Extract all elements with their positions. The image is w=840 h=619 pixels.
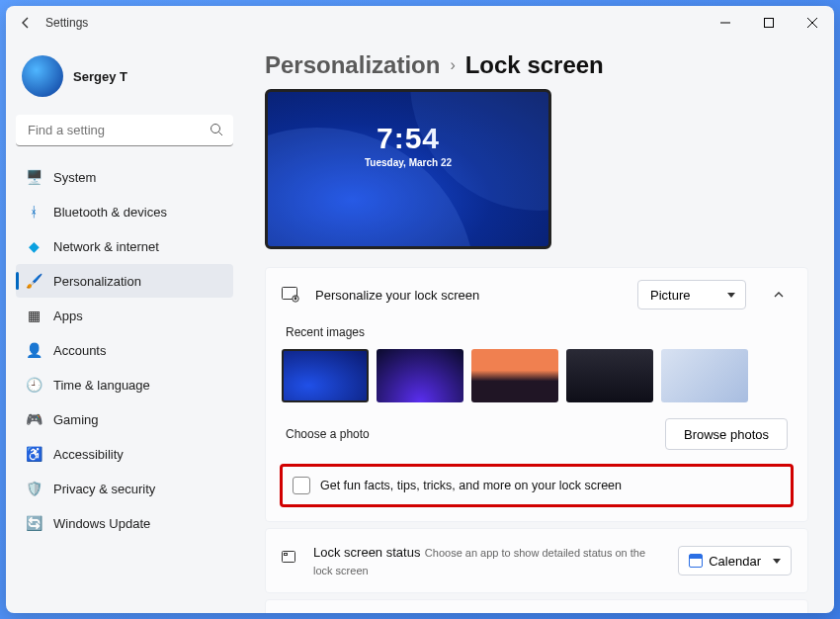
sidebar-item-label: Accounts: [53, 343, 106, 358]
sidebar: Sergey T 🖥️System ᚼBluetooth & devices ◆…: [6, 40, 243, 613]
close-button[interactable]: [791, 6, 834, 40]
breadcrumb-parent[interactable]: Personalization: [265, 51, 440, 79]
search-box: [16, 115, 233, 146]
gaming-icon: 🎮: [26, 411, 42, 427]
main-panel: Personalization › Lock screen 7:54 Tuesd…: [243, 40, 834, 613]
apps-icon: ▦: [26, 308, 42, 323]
svg-rect-1: [765, 19, 774, 28]
signin-bg-row[interactable]: Show the lock screen background picture …: [266, 600, 807, 613]
svg-line-5: [219, 133, 223, 136]
titlebar: Settings: [6, 6, 834, 40]
sidebar-item-privacy[interactable]: 🛡️Privacy & security: [16, 472, 233, 505]
fun-facts-label: Get fun facts, tips, tricks, and more on…: [320, 479, 622, 492]
sidebar-item-update[interactable]: 🔄Windows Update: [16, 506, 233, 540]
user-block[interactable]: Sergey T: [16, 47, 233, 115]
accessibility-icon: ♿: [26, 446, 42, 462]
shield-icon: 🛡️: [26, 481, 42, 496]
sidebar-item-system[interactable]: 🖥️System: [16, 160, 233, 194]
personalize-card-header[interactable]: Personalize your lock screen Picture: [266, 268, 807, 321]
sidebar-item-label: Time & language: [53, 378, 150, 393]
recent-image-thumb[interactable]: [471, 349, 558, 402]
choose-photo-label: Choose a photo: [286, 427, 370, 441]
sidebar-item-label: Network & internet: [53, 239, 159, 254]
search-icon: [210, 123, 223, 140]
search-input[interactable]: [16, 115, 233, 146]
sidebar-item-label: Gaming: [53, 412, 99, 427]
nav-list: 🖥️System ᚼBluetooth & devices ◆Network &…: [16, 160, 233, 540]
recent-images-label: Recent images: [286, 325, 792, 339]
chevron-right-icon: ›: [450, 56, 455, 74]
sidebar-item-label: Apps: [53, 309, 83, 323]
picture-lock-icon: [282, 285, 301, 305]
svg-rect-10: [285, 554, 288, 556]
background-type-dropdown[interactable]: Picture: [637, 280, 746, 310]
recent-image-thumb[interactable]: [282, 349, 369, 402]
personalize-card: Personalize your lock screen Picture Rec…: [265, 267, 808, 522]
sidebar-item-bluetooth[interactable]: ᚼBluetooth & devices: [16, 195, 233, 228]
sidebar-item-time[interactable]: 🕘Time & language: [16, 368, 233, 401]
calendar-icon: [689, 554, 703, 568]
sidebar-item-accounts[interactable]: 👤Accounts: [16, 333, 233, 367]
svg-point-4: [211, 125, 220, 133]
lock-status-title: Lock screen status: [313, 545, 420, 560]
choose-photo-row: Choose a photo Browse photos: [286, 418, 788, 450]
personalize-card-body: Recent images Choose a photo Browse phot…: [266, 325, 807, 521]
sidebar-item-label: Accessibility: [53, 447, 124, 462]
browse-photos-button[interactable]: Browse photos: [665, 418, 788, 450]
system-icon: 🖥️: [26, 169, 42, 185]
breadcrumb-current: Lock screen: [465, 51, 604, 79]
sidebar-item-label: Bluetooth & devices: [53, 205, 167, 220]
sidebar-item-label: Personalization: [53, 274, 141, 289]
user-name: Sergey T: [73, 69, 127, 84]
sidebar-item-label: Windows Update: [53, 516, 150, 531]
breadcrumb: Personalization › Lock screen: [265, 51, 808, 79]
preview-date: Tuesday, March 22: [268, 157, 548, 168]
maximize-button[interactable]: [747, 6, 791, 40]
recent-image-thumb[interactable]: [377, 349, 463, 402]
sidebar-item-accessibility[interactable]: ♿Accessibility: [16, 437, 233, 471]
sidebar-item-gaming[interactable]: 🎮Gaming: [16, 402, 233, 436]
lock-status-row[interactable]: Lock screen status Choose an app to show…: [266, 529, 807, 592]
fun-facts-checkbox[interactable]: [293, 477, 310, 494]
sidebar-item-network[interactable]: ◆Network & internet: [16, 229, 233, 263]
content: Sergey T 🖥️System ᚼBluetooth & devices ◆…: [6, 40, 834, 613]
clock-icon: 🕘: [26, 377, 42, 393]
sidebar-item-apps[interactable]: ▦Apps: [16, 299, 233, 332]
recent-image-thumb[interactable]: [566, 349, 653, 402]
titlebar-left: Settings: [16, 13, 88, 33]
window-controls: [704, 6, 834, 40]
recent-images-row: [282, 349, 792, 402]
personalize-title: Personalize your lock screen: [315, 288, 624, 303]
window-title: Settings: [45, 16, 88, 30]
status-app-dropdown[interactable]: Calendar: [678, 546, 792, 575]
lock-status-text: Lock screen status Choose an app to show…: [313, 543, 664, 578]
preview-time: 7:54: [268, 122, 548, 155]
update-icon: 🔄: [26, 515, 42, 531]
bluetooth-icon: ᚼ: [26, 204, 42, 220]
signin-bg-card: Show the lock screen background picture …: [265, 599, 808, 613]
fun-facts-row-highlighted: Get fun facts, tips, tricks, and more on…: [280, 464, 794, 507]
status-icon: [282, 551, 299, 571]
sidebar-item-label: Privacy & security: [53, 482, 155, 496]
back-button[interactable]: [16, 13, 36, 33]
minimize-button[interactable]: [704, 6, 747, 40]
accounts-icon: 👤: [26, 342, 42, 358]
avatar: [22, 55, 63, 97]
lock-status-card: Lock screen status Choose an app to show…: [265, 528, 808, 593]
collapse-button[interactable]: [766, 282, 792, 308]
lock-screen-preview: 7:54 Tuesday, March 22: [265, 89, 551, 249]
sidebar-item-personalization[interactable]: 🖌️Personalization: [16, 264, 233, 298]
brush-icon: 🖌️: [26, 273, 42, 289]
wifi-icon: ◆: [26, 238, 42, 254]
recent-image-thumb[interactable]: [661, 349, 748, 402]
sidebar-item-label: System: [53, 170, 96, 185]
settings-window: Settings Sergey T 🖥️System ᚼBluetooth & …: [6, 6, 834, 613]
preview-clock: 7:54 Tuesday, March 22: [268, 122, 548, 168]
svg-rect-8: [294, 298, 296, 300]
